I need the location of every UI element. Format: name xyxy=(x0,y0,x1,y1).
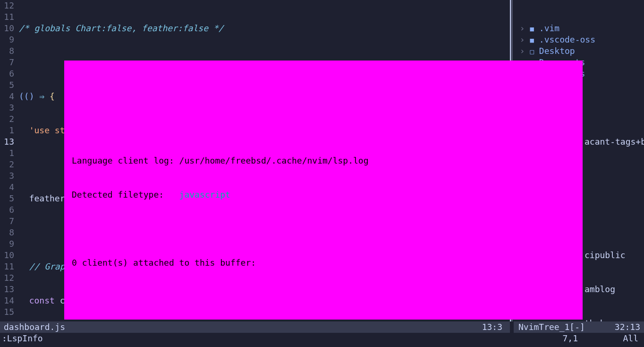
lsp-log-path: /usr/home/freebsd/.cache/nvim/lsp.log xyxy=(179,156,369,165)
folder-icon xyxy=(530,35,534,44)
tree-folder[interactable]: › .vscode-oss xyxy=(515,34,644,45)
lsp-clients-attached: 0 client(s) attached to this buffer: xyxy=(72,258,261,268)
status-filename: dashboard.js xyxy=(4,321,65,333)
status-cursor-pos: 13:3 xyxy=(482,321,502,333)
line-number: 8 xyxy=(0,45,14,57)
tree-folder[interactable]: › Desktop xyxy=(515,45,644,57)
line-number: 11 xyxy=(0,261,14,272)
command-line[interactable]: :LspInfo 7,1 All xyxy=(0,333,644,344)
line-number: 5 xyxy=(0,79,14,91)
lsp-log-label: Language client log: xyxy=(72,156,179,165)
line-number: 9 xyxy=(0,238,14,250)
line-number: 15 xyxy=(0,306,14,318)
line-number-gutter: 12111098765432113123456789101112131415 xyxy=(0,0,17,318)
lsp-filetype-label: Detected filetype: xyxy=(72,190,179,200)
line-number: 14 xyxy=(0,295,14,306)
comment: /* globals Chart:false, feather:false */ xyxy=(19,23,223,33)
line-number: 10 xyxy=(0,23,14,34)
line-number: 10 xyxy=(0,250,14,261)
line-number: 4 xyxy=(0,182,14,193)
folder-icon xyxy=(530,23,534,33)
line-number: 4 xyxy=(0,91,14,102)
tree-folder[interactable]: › .vim xyxy=(515,23,644,34)
arrow: ⇒ xyxy=(39,91,44,101)
command-cursor-pos: 7,1 xyxy=(562,333,578,344)
lspinfo-float-window[interactable]: Language client log: /usr/home/freebsd/.… xyxy=(64,61,583,320)
line-number: 13 xyxy=(0,284,14,295)
line-number: 3 xyxy=(0,170,14,182)
status-tree-name: NvimTree_1[-] xyxy=(518,321,585,333)
command-text: :LspInfo xyxy=(2,333,43,344)
line-number: 5 xyxy=(0,193,14,204)
line-number: 3 xyxy=(0,102,14,113)
line-number: 11 xyxy=(0,11,14,23)
keyword: const xyxy=(29,295,55,305)
command-scroll-pct: All xyxy=(623,333,638,344)
line-number: 6 xyxy=(0,204,14,216)
line-number: 12 xyxy=(0,0,14,11)
lsp-filetype-value: javascript xyxy=(179,190,230,200)
status-bar: dashboard.js 13:3 NvimTree_1[-] 32:13 xyxy=(0,321,644,333)
line-number: 7 xyxy=(0,57,14,68)
line-number: 2 xyxy=(0,159,14,170)
line-number: 13 xyxy=(0,136,14,147)
chevron-right-icon: › xyxy=(520,35,525,44)
tree-folder-name: .vim xyxy=(539,23,559,33)
tree-folder-name: Desktop xyxy=(539,46,575,56)
brace: { xyxy=(44,91,55,101)
line-number: 6 xyxy=(0,68,14,79)
paren: (() xyxy=(19,91,39,101)
chevron-right-icon: › xyxy=(520,23,525,33)
line-number: 1 xyxy=(0,147,14,159)
chevron-right-icon: › xyxy=(520,46,525,56)
line-number: 2 xyxy=(0,113,14,125)
tree-folder-name: .vscode-oss xyxy=(539,35,595,44)
folder-icon xyxy=(530,46,534,56)
line-number: 9 xyxy=(0,34,14,45)
line-number: 1 xyxy=(0,125,14,136)
line-number: 8 xyxy=(0,227,14,238)
status-tree-pos: 32:13 xyxy=(615,321,640,333)
line-number: 12 xyxy=(0,272,14,284)
line-number: 7 xyxy=(0,216,14,227)
